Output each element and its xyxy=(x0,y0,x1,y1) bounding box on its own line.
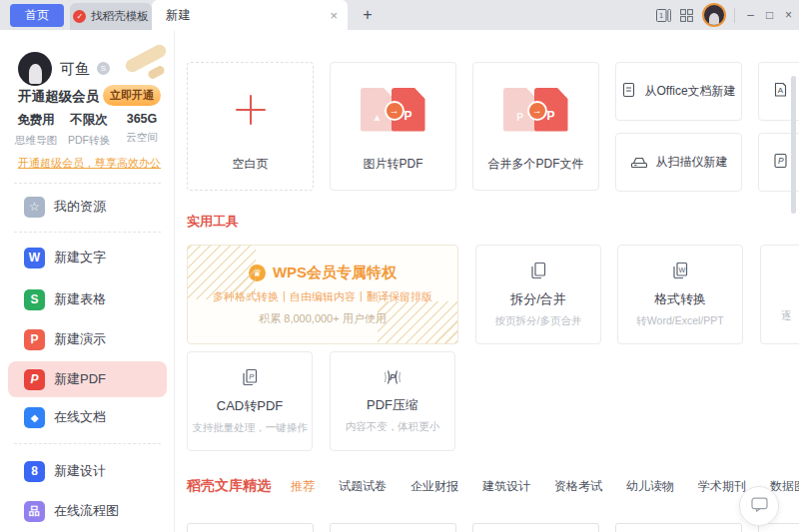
vip-title: 开通超级会员 xyxy=(18,88,99,106)
chat-bubble-icon xyxy=(751,497,768,516)
vip-promo-link[interactable]: 开通超级会员，尊享高效办公 xyxy=(18,156,161,171)
pdf-glyph-light: P xyxy=(516,112,523,123)
card-blank-page[interactable]: 空白页 xyxy=(187,62,314,191)
tab-new[interactable]: 新建 × xyxy=(152,0,348,30)
cad-to-pdf-icon: P xyxy=(240,367,260,391)
svg-text:A: A xyxy=(778,86,784,95)
close-button[interactable]: × xyxy=(780,8,797,22)
a-doc-icon: A xyxy=(773,82,788,101)
minimize-button[interactable]: – xyxy=(742,8,759,22)
sidebar-item-label: 新建演示 xyxy=(54,330,106,348)
presentation-icon: P xyxy=(24,329,45,350)
tool-title: 格式转换 xyxy=(654,290,706,308)
pdf-glyph: P xyxy=(403,109,411,123)
arrow-icon: → xyxy=(527,101,547,121)
card-label: 从Office文档新建 xyxy=(644,83,735,100)
sidebar-item-new-design[interactable]: 8 新建设计 xyxy=(8,453,167,489)
member-banner-stats: 积累 8,000,000+ 用户使用 xyxy=(259,311,386,326)
sidebar-item-label: 新建PDF xyxy=(54,370,106,388)
home-tab[interactable]: 首页 xyxy=(10,4,64,27)
image-to-pdf-icon: ▲ P → xyxy=(331,63,455,156)
tab-close-icon[interactable]: × xyxy=(330,8,338,23)
sidebar: 可鱼 S 开通超级会员 立即开通 免费用 思维导图 不限次 PDF转换 365G… xyxy=(0,30,175,532)
sidebar-item-label: 在线流程图 xyxy=(54,502,119,520)
docer-tab-exams[interactable]: 试题试卷 xyxy=(339,478,387,495)
tool-format-convert[interactable]: W 格式转换 转Word/Excel/PPT xyxy=(617,245,743,344)
docer-tab-recommended[interactable]: 推荐 xyxy=(291,478,315,495)
apps-grid-icon[interactable] xyxy=(680,9,693,22)
tool-subtitle: 支持批量处理，一键操作 xyxy=(192,421,308,435)
merge-pdf-icon: P P → xyxy=(473,63,598,156)
benefit-label: 云空间 xyxy=(114,131,170,145)
vip-subscribe-button[interactable]: 立即开通 xyxy=(103,85,161,106)
card-label: 空白页 xyxy=(233,156,269,173)
tool-pdf-compress[interactable]: P PDF压缩 内容不变，体积更小 xyxy=(330,351,455,451)
benefit-value: 免费用 xyxy=(8,112,64,129)
sidebar-item-online-flowchart[interactable]: 品 在线流程图 xyxy=(8,493,167,529)
sidebar-item-new-writer[interactable]: W 新建文字 xyxy=(8,240,167,275)
tool-subtitle: 按页拆分/多页合并 xyxy=(495,314,582,328)
user-avatar-small[interactable] xyxy=(702,3,726,27)
tool-title: PDF压缩 xyxy=(367,396,418,414)
feedback-chat-button[interactable] xyxy=(739,486,779,526)
docer-tab-architecture[interactable]: 建筑设计 xyxy=(482,478,530,495)
sidebar-item-online-docs[interactable]: ◆ 在线文档 xyxy=(8,399,167,435)
template-card-stub[interactable] xyxy=(615,523,742,532)
maximize-button[interactable]: □ xyxy=(761,8,778,22)
card-new-from-scanner[interactable]: 从扫描仪新建 xyxy=(615,133,742,192)
tool-cad-to-pdf[interactable]: P CAD转PDF 支持批量处理，一键操作 xyxy=(187,351,313,451)
svg-text:1: 1 xyxy=(659,11,663,20)
format-convert-icon: W xyxy=(670,261,690,284)
svg-text:P: P xyxy=(390,372,397,382)
docer-tab-label: 找稻壳模板 xyxy=(91,9,149,24)
template-card-stub[interactable] xyxy=(330,523,456,532)
sidebar-item-label: 我的资源 xyxy=(54,198,106,216)
new-tab-label: 新建 xyxy=(166,7,330,24)
docer-tab-charts[interactable]: 数据图表 xyxy=(770,478,799,495)
template-card-stub[interactable] xyxy=(187,523,314,532)
benefit-value: 不限次 xyxy=(61,112,117,129)
sidebar-item-new-pdf[interactable]: P 新建PDF xyxy=(8,361,167,397)
docer-tab-finance[interactable]: 企业财报 xyxy=(410,478,458,495)
docer-library-title: 稻壳文库精选 xyxy=(187,477,271,495)
tab-docer-templates[interactable]: ✓ 找稻壳模板 xyxy=(70,3,152,30)
vertical-scrollbar[interactable] xyxy=(791,76,796,214)
spreadsheet-icon: S xyxy=(24,289,45,310)
docer-tab-children[interactable]: 幼儿读物 xyxy=(626,478,674,495)
my-resources-icon: ☆ xyxy=(24,197,45,218)
flowchart-icon: 品 xyxy=(24,501,45,522)
sidebar-divider xyxy=(14,232,161,233)
tools-section-title: 实用工具 xyxy=(187,213,239,231)
user-avatar[interactable] xyxy=(18,52,52,86)
tool-split-merge[interactable]: 拆分/合并 按页拆分/多页合并 xyxy=(475,245,601,344)
svg-text:P: P xyxy=(778,156,784,166)
design-icon: 8 xyxy=(24,461,45,482)
template-card-stub[interactable] xyxy=(472,523,599,532)
sidebar-item-new-sheet[interactable]: S 新建表格 xyxy=(8,281,167,317)
card-image-to-pdf[interactable]: ▲ P → 图片转PDF xyxy=(330,62,456,191)
office-doc-icon xyxy=(621,82,636,101)
wps-member-banner[interactable]: ♛ WPS会员专属特权 多种格式转换丨自由编辑内容丨翻译保留排版 积累 8,00… xyxy=(187,245,458,344)
tool-title: CAD转PDF xyxy=(217,397,283,415)
user-level-badge-icon: S xyxy=(97,62,110,75)
sidebar-item-my-resources[interactable]: ☆ 我的资源 xyxy=(8,189,167,225)
promo-decoration-small xyxy=(147,65,166,81)
sidebar-divider xyxy=(14,183,161,184)
split-view-icon[interactable]: 1 xyxy=(656,9,671,22)
image-glyph: ▲ xyxy=(373,112,383,123)
card-new-from-office[interactable]: 从Office文档新建 xyxy=(615,62,742,121)
card-label: 从扫描仪新建 xyxy=(656,154,728,171)
user-name[interactable]: 可鱼 xyxy=(60,60,90,79)
card-merge-pdf[interactable]: P P → 合并多个PDF文件 xyxy=(472,62,599,191)
sidebar-item-new-presentation[interactable]: P 新建演示 xyxy=(8,321,167,357)
p-doc-icon: P xyxy=(773,153,788,172)
wps-window: 首页 ✓ 找稻壳模板 新建 × + 1 – □ × 可鱼 S xyxy=(0,0,799,532)
new-tab-button[interactable]: + xyxy=(358,3,378,27)
benefit-value: 365G xyxy=(114,112,170,126)
docer-tab-certification[interactable]: 资格考试 xyxy=(554,478,602,495)
scanner-icon xyxy=(630,154,648,172)
card-label: 图片转PDF xyxy=(364,156,423,173)
docer-tab-academic[interactable]: 学术期刊 xyxy=(698,478,746,495)
tool-partial-card[interactable]: 逐 xyxy=(760,245,799,344)
tool-subtitle-fragment: 逐 xyxy=(781,309,792,323)
